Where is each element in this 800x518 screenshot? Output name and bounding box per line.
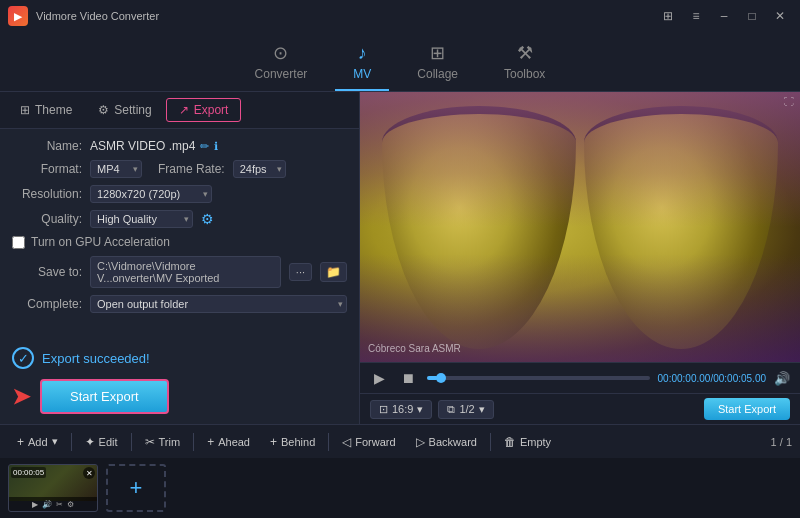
- close-btn[interactable]: ✕: [768, 7, 792, 25]
- trim-btn[interactable]: ✂ Trim: [136, 431, 190, 453]
- ratio-btn[interactable]: ⊡ 16:9 ▾: [370, 400, 432, 419]
- film-thumb-controls: ▶ 🔊 ✂ ⚙: [9, 497, 97, 511]
- behind-icon: +: [270, 435, 277, 449]
- clip-num-btn[interactable]: ⧉ 1/2 ▾: [438, 400, 493, 419]
- maximize-btn[interactable]: □: [740, 7, 764, 25]
- start-export-button-right[interactable]: Start Export: [704, 398, 790, 420]
- export-form: Name: ASMR VIDEO .mp4 ✏ ℹ Format: MP4MOV…: [0, 129, 359, 341]
- name-info-icon[interactable]: ℹ: [214, 140, 218, 153]
- quality-row: Quality: High QualityMedium Quality ⚙: [12, 210, 347, 228]
- progress-bar[interactable]: [427, 376, 650, 380]
- add-btn[interactable]: + Add ▾: [8, 431, 67, 453]
- app-title: Vidmore Video Converter: [36, 10, 159, 22]
- divider-3: [193, 433, 194, 451]
- film-close-btn[interactable]: ✕: [83, 467, 95, 479]
- time-display: 00:00:00.00/00:00:05.00: [658, 373, 766, 384]
- forward-label: Forward: [355, 436, 395, 448]
- export-btn-row: ➤ Start Export: [0, 375, 359, 424]
- empty-btn[interactable]: 🗑 Empty: [495, 431, 560, 453]
- edit-btn[interactable]: ✦ Edit: [76, 431, 127, 453]
- left-panel: ⊞ Theme ⚙ Setting ↗ Export Name: ASMR VI…: [0, 92, 360, 424]
- backward-btn[interactable]: ▷ Backward: [407, 431, 486, 453]
- filmstrip: ▶ 🔊 ✂ ⚙ 00:00:05 ✕ +: [0, 458, 800, 518]
- fps-label: Frame Rate:: [158, 162, 225, 176]
- export-tab-icon: ↗: [179, 103, 189, 117]
- film-play-icon[interactable]: ▶: [32, 500, 38, 509]
- sub-tab-theme[interactable]: ⊞ Theme: [8, 99, 84, 121]
- behind-label: Behind: [281, 436, 315, 448]
- format-label: Format:: [12, 162, 82, 176]
- resolution-select[interactable]: 1280x720 (720p)1920x1080 (1080p): [90, 185, 212, 203]
- quality-select[interactable]: High QualityMedium Quality: [90, 210, 193, 228]
- complete-select[interactable]: Open output folderDo nothing: [90, 295, 347, 313]
- name-row: Name: ASMR VIDEO .mp4 ✏ ℹ: [12, 139, 347, 153]
- empty-label: Empty: [520, 436, 551, 448]
- sub-tab-export[interactable]: ↗ Export: [166, 98, 242, 122]
- ratio-icon: ⊡: [379, 403, 388, 416]
- add-clip-btn[interactable]: +: [106, 464, 166, 512]
- forward-btn[interactable]: ◁ Forward: [333, 431, 404, 453]
- edit-icon: ✦: [85, 435, 95, 449]
- fps-select[interactable]: 24fps30fps60fps: [233, 160, 286, 178]
- volume-icon[interactable]: 🔊: [774, 371, 790, 386]
- format-select[interactable]: MP4MOVAVI: [90, 160, 142, 178]
- resolution-label: Resolution:: [12, 187, 82, 201]
- forward-icon: ◁: [342, 435, 351, 449]
- ratio-value: 16:9: [392, 403, 413, 415]
- nav-item-converter[interactable]: ⊙ Converter: [237, 36, 326, 91]
- mv-icon: ♪: [358, 43, 367, 64]
- name-label: Name:: [12, 139, 82, 153]
- gpu-checkbox[interactable]: [12, 236, 25, 249]
- nav-item-collage[interactable]: ⊞ Collage: [399, 36, 476, 91]
- quality-label: Quality:: [12, 212, 82, 226]
- ratio-dropdown-icon: ▾: [417, 403, 423, 416]
- open-folder-btn[interactable]: 📁: [320, 262, 347, 282]
- play-btn[interactable]: ▶: [370, 368, 389, 388]
- clip-dropdown-icon: ▾: [479, 403, 485, 416]
- progress-dot: [436, 373, 446, 383]
- export-success-text: Export succeeded!: [42, 351, 150, 366]
- converter-icon: ⊙: [273, 42, 288, 64]
- complete-label: Complete:: [12, 297, 82, 311]
- quality-settings-icon[interactable]: ⚙: [201, 211, 214, 227]
- resolution-select-wrapper: 1280x720 (720p)1920x1080 (1080p): [90, 185, 212, 203]
- film-sound-icon[interactable]: 🔊: [42, 500, 52, 509]
- stop-btn[interactable]: ⏹: [397, 368, 419, 388]
- title-bar-left: ▶ Vidmore Video Converter: [8, 6, 159, 26]
- browse-dots-btn[interactable]: ···: [289, 263, 312, 281]
- menu-btn[interactable]: ≡: [684, 7, 708, 25]
- hands-overlay: [360, 92, 800, 227]
- add-icon: +: [17, 435, 24, 449]
- video-content: [360, 92, 800, 362]
- behind-btn[interactable]: + Behind: [261, 431, 324, 453]
- add-label: Add: [28, 436, 48, 448]
- sub-tabs: ⊞ Theme ⚙ Setting ↗ Export: [0, 92, 359, 129]
- save-to-path: C:\Vidmore\Vidmore V...onverter\MV Expor…: [90, 256, 281, 288]
- start-export-button-left[interactable]: Start Export: [40, 379, 169, 414]
- video-controls-row1: ▶ ⏹ 00:00:00.00/00:00:05.00 🔊: [360, 362, 800, 393]
- collage-label: Collage: [417, 67, 458, 81]
- ahead-icon: +: [207, 435, 214, 449]
- ahead-btn[interactable]: + Ahead: [198, 431, 259, 453]
- toolbox-icon: ⚒: [517, 42, 533, 64]
- nav-item-mv[interactable]: ♪ MV: [335, 37, 389, 91]
- right-panel: Cóbreco Sara ASMR ⛶ ▶ ⏹ 00:00:00.00/00:0…: [360, 92, 800, 424]
- film-cut-icon[interactable]: ✂: [56, 500, 63, 509]
- save-to-row: Save to: C:\Vidmore\Vidmore V...onverter…: [12, 256, 347, 288]
- minimize-btn[interactable]: –: [712, 7, 736, 25]
- name-edit-icon[interactable]: ✏: [200, 140, 209, 153]
- quality-select-wrapper: High QualityMedium Quality: [90, 210, 193, 228]
- sub-tab-setting[interactable]: ⚙ Setting: [86, 99, 163, 121]
- success-checkmark-icon: ✓: [12, 347, 34, 369]
- theme-tab-icon: ⊞: [20, 103, 30, 117]
- grid-btn[interactable]: ⊞: [656, 7, 680, 25]
- format-row: Format: MP4MOVAVI Frame Rate: 24fps30fps…: [12, 160, 347, 178]
- converter-label: Converter: [255, 67, 308, 81]
- film-settings-icon[interactable]: ⚙: [67, 500, 74, 509]
- top-nav: ⊙ Converter ♪ MV ⊞ Collage ⚒ Toolbox: [0, 32, 800, 92]
- theme-tab-label: Theme: [35, 103, 72, 117]
- nav-item-toolbox[interactable]: ⚒ Toolbox: [486, 36, 563, 91]
- mv-label: MV: [353, 67, 371, 81]
- gpu-row: Turn on GPU Acceleration: [12, 235, 347, 249]
- export-tab-label: Export: [194, 103, 229, 117]
